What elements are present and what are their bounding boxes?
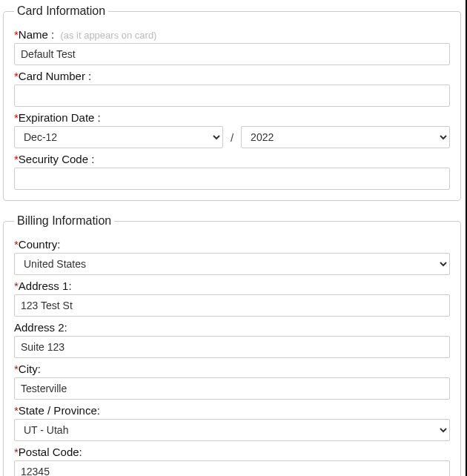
country-label-row: *Country: bbox=[14, 238, 450, 251]
security-code-label: Security Code : bbox=[19, 153, 95, 165]
name-hint: (as it appears on card) bbox=[60, 30, 156, 41]
name-label: Name : bbox=[19, 28, 54, 41]
postal-input[interactable] bbox=[14, 460, 450, 476]
address1-label-row: *Address 1: bbox=[14, 280, 450, 292]
card-information-fieldset: Card Information *Name : (as it appears … bbox=[3, 4, 461, 201]
city-label-row: *City: bbox=[14, 363, 450, 375]
city-input[interactable] bbox=[14, 377, 450, 400]
card-information-legend: Card Information bbox=[14, 4, 108, 18]
city-label: City: bbox=[19, 363, 41, 375]
security-code-label-row: *Security Code : bbox=[14, 153, 450, 165]
billing-information-fieldset: Billing Information *Country: United Sta… bbox=[3, 214, 461, 476]
expiration-year-select[interactable]: 2022 bbox=[241, 126, 450, 148]
country-select[interactable]: United States bbox=[14, 253, 450, 275]
expiration-month-select[interactable]: Dec-12 bbox=[14, 126, 223, 148]
name-input[interactable] bbox=[14, 43, 450, 65]
postal-label: Postal Code: bbox=[19, 446, 82, 458]
billing-information-legend: Billing Information bbox=[14, 214, 114, 228]
address2-input[interactable] bbox=[14, 336, 450, 358]
country-label: Country: bbox=[19, 238, 61, 251]
card-number-input[interactable] bbox=[14, 85, 450, 107]
state-label: State / Province: bbox=[19, 404, 100, 417]
expiration-label: Expiration Date : bbox=[19, 111, 101, 124]
address1-label: Address 1: bbox=[19, 280, 72, 292]
expiration-separator: / bbox=[231, 131, 234, 144]
name-label-row: *Name : (as it appears on card) bbox=[14, 28, 450, 41]
address2-label-row: Address 2: bbox=[14, 321, 450, 334]
address1-input[interactable] bbox=[14, 294, 450, 317]
address2-label: Address 2: bbox=[14, 321, 67, 334]
security-code-input[interactable] bbox=[14, 168, 450, 190]
postal-label-row: *Postal Code: bbox=[14, 446, 450, 458]
state-label-row: *State / Province: bbox=[14, 404, 450, 417]
card-number-label: Card Number : bbox=[19, 70, 91, 82]
state-select[interactable]: UT - Utah bbox=[14, 419, 450, 441]
expiration-label-row: *Expiration Date : bbox=[14, 111, 450, 124]
card-number-label-row: *Card Number : bbox=[14, 70, 450, 82]
